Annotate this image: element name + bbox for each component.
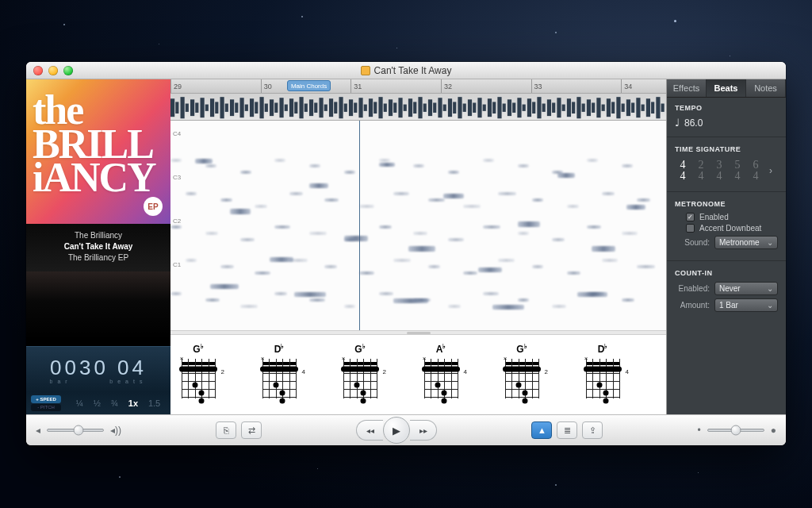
pitch-label: C4 — [173, 130, 181, 137]
share-button[interactable]: ⇪ — [582, 421, 603, 439]
svg-rect-16 — [245, 105, 248, 111]
speed-pitch-toggle[interactable]: + SPEED - PITCH — [31, 395, 61, 411]
svg-rect-11 — [220, 97, 224, 118]
svg-rect-82 — [567, 98, 571, 117]
speed-option[interactable]: ½ — [94, 398, 101, 408]
pitch-label: C1 — [173, 261, 181, 268]
ruler-tick: 31 — [350, 79, 362, 93]
sound-select[interactable]: Metronome — [714, 236, 778, 249]
svg-rect-37 — [344, 103, 347, 111]
timesig-option[interactable]: 44 — [675, 158, 691, 183]
forward-button[interactable]: ▸▸ — [410, 420, 437, 441]
svg-rect-96 — [636, 98, 640, 117]
svg-rect-94 — [626, 99, 630, 116]
svg-rect-3 — [180, 97, 184, 118]
app-window: Can't Take It Away the BRILL iANCY EP Th… — [26, 62, 786, 445]
view-spectrogram-button[interactable]: ▲ — [531, 421, 552, 439]
album: The Brilliancy EP — [26, 252, 170, 264]
countin-amount-select[interactable]: 1 Bar — [714, 298, 778, 312]
goto-button[interactable]: ⎘ — [216, 421, 236, 439]
countin-enabled-select[interactable]: Never — [714, 282, 778, 295]
cover-reflection — [26, 271, 170, 346]
inspector-panel: EffectsBeatsNotes TEMPO ♩ 86.0 TIME SIGN… — [667, 79, 786, 414]
timeline-ruler[interactable]: Main Chords 293031323334 — [170, 79, 666, 94]
chord-strip[interactable]: G♭×2D♭×4G♭×2A♭×4G♭×2D♭×4 — [170, 335, 666, 414]
svg-rect-1 — [170, 98, 174, 117]
position-counter[interactable]: 0030 04 bar beats — [26, 346, 170, 392]
checkbox-icon[interactable]: ✓ — [686, 224, 695, 233]
timesig-header: TIME SIGNATURE — [675, 145, 778, 153]
svg-rect-14 — [235, 102, 238, 112]
tab-notes[interactable]: Notes — [746, 79, 786, 97]
timesig-more-button[interactable]: › — [766, 165, 772, 176]
volume-low-icon: ◂ — [36, 425, 40, 436]
svg-rect-47 — [393, 102, 396, 112]
cover-badge: EP — [144, 197, 163, 216]
loop-button[interactable]: ⇄ — [241, 421, 262, 439]
timesig-option[interactable]: 54 — [730, 158, 745, 183]
chord-diagram[interactable]: D♭×4 — [262, 343, 296, 398]
zoom-slider[interactable] — [707, 429, 764, 432]
playhead[interactable] — [359, 121, 360, 330]
track-metadata: The Brilliancy Can't Take It Away The Br… — [26, 224, 170, 271]
zoom-in-icon: ● — [771, 425, 776, 436]
svg-rect-41 — [364, 105, 367, 111]
svg-rect-53 — [423, 103, 427, 111]
chord-diagram[interactable]: D♭×4 — [586, 343, 619, 398]
metronome-accent-row[interactable]: ✓ Accent Downbeat — [686, 224, 778, 233]
svg-rect-58 — [448, 98, 452, 117]
chord-diagram[interactable]: G♭×2 — [505, 343, 538, 398]
svg-rect-80 — [557, 98, 561, 117]
checkbox-icon[interactable]: ✓ — [686, 213, 695, 221]
chord-diagram[interactable]: A♭×4 — [424, 343, 458, 398]
note-icon: ♩ — [675, 117, 680, 129]
svg-rect-56 — [438, 98, 442, 117]
editor-area: Main Chords 293031323334 — [170, 79, 667, 414]
play-button[interactable]: ▶ — [383, 417, 410, 444]
svg-rect-42 — [369, 98, 373, 117]
svg-rect-19 — [255, 102, 258, 114]
svg-rect-10 — [215, 102, 218, 114]
svg-rect-7 — [200, 98, 204, 117]
region-marker[interactable]: Main Chords — [287, 80, 331, 91]
artist: The Brilliancy — [26, 230, 170, 241]
svg-rect-45 — [384, 103, 387, 111]
svg-rect-43 — [373, 102, 377, 114]
tab-beats[interactable]: Beats — [707, 79, 746, 97]
svg-rect-38 — [349, 99, 353, 116]
speed-option[interactable]: ¾ — [111, 398, 118, 408]
timesig-option[interactable]: 34 — [711, 158, 727, 183]
svg-rect-30 — [309, 99, 313, 116]
svg-rect-52 — [418, 97, 422, 118]
ruler-tick: 32 — [441, 79, 452, 93]
timesig-option[interactable]: 24 — [693, 158, 709, 183]
chord-diagram[interactable]: G♭×2 — [182, 343, 215, 398]
tempo-value-row[interactable]: ♩ 86.0 — [675, 117, 778, 129]
svg-rect-67 — [492, 102, 496, 114]
svg-rect-50 — [408, 98, 412, 117]
svg-rect-57 — [443, 105, 446, 111]
ruler-tick: 33 — [531, 79, 542, 93]
svg-rect-26 — [289, 98, 293, 117]
svg-rect-59 — [453, 102, 456, 114]
spectrogram[interactable]: C4C3C2C1 — [170, 121, 666, 330]
svg-rect-33 — [324, 105, 327, 111]
chord-diagram[interactable]: G♭×2 — [343, 343, 377, 398]
svg-rect-15 — [239, 98, 243, 117]
volume-slider[interactable] — [47, 429, 104, 432]
svg-rect-54 — [428, 99, 432, 116]
speed-option[interactable]: 1.5 — [148, 398, 160, 408]
waveform-track[interactable] — [170, 94, 666, 121]
tab-effects[interactable]: Effects — [667, 79, 707, 97]
metronome-enabled-row[interactable]: ✓ Enabled — [686, 213, 778, 221]
view-list-button[interactable]: ≣ — [557, 421, 577, 439]
svg-rect-44 — [378, 97, 382, 118]
timesig-option[interactable]: 64 — [748, 158, 764, 183]
svg-rect-81 — [562, 105, 565, 111]
svg-rect-62 — [468, 99, 472, 116]
speed-option[interactable]: ¼ — [76, 398, 83, 408]
rewind-button[interactable]: ◂◂ — [356, 420, 383, 441]
window-title: Can't Take It Away — [26, 65, 786, 76]
svg-rect-40 — [358, 98, 362, 117]
speed-option[interactable]: 1x — [128, 398, 138, 408]
